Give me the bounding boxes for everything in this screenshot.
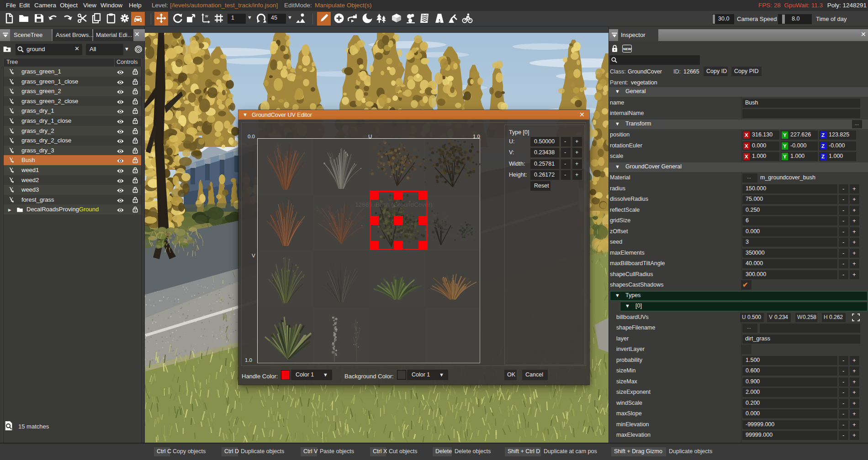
svg-text:w: w	[205, 14, 208, 18]
